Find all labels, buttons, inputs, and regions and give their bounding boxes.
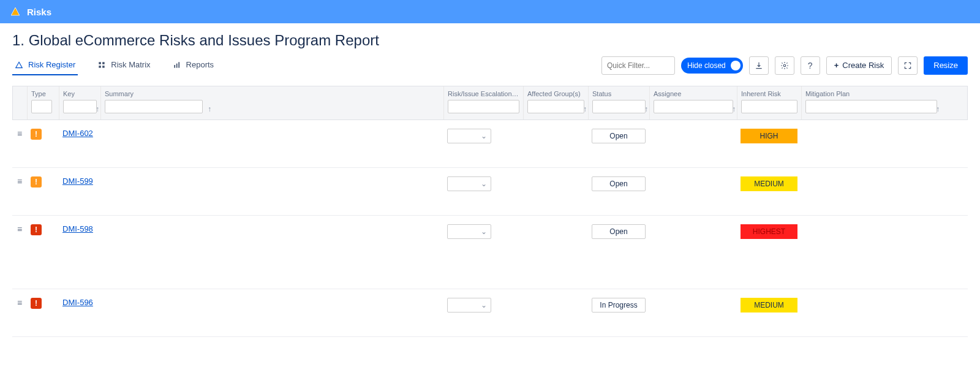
tab-label: Reports — [186, 60, 214, 69]
quick-filter-input[interactable] — [601, 56, 675, 75]
issue-key-link[interactable]: DMI-602 — [62, 129, 93, 138]
issue-key-link[interactable]: DMI-596 — [62, 298, 93, 307]
create-risk-button[interactable]: + Create Risk — [826, 56, 892, 75]
inherent-risk-badge[interactable]: MEDIUM — [741, 176, 797, 191]
cell-key: DMI-602 — [59, 129, 100, 139]
drag-handle[interactable]: ≡ — [12, 298, 27, 308]
help-button[interactable]: ? — [801, 56, 820, 75]
plus-icon: + — [834, 61, 839, 70]
table-row: ≡!DMI-596⌄In ProgressMEDIUM — [12, 289, 968, 337]
cell-key: DMI-596 — [59, 298, 100, 308]
filter-status-input[interactable] — [592, 100, 646, 113]
col-label: Status — [592, 90, 646, 97]
escalation-select[interactable]: ⌄ — [447, 224, 491, 239]
inherent-risk-badge[interactable]: HIGH — [741, 129, 797, 143]
col-label: Mitigation Plan — [805, 90, 937, 97]
escalation-select[interactable]: ⌄ — [447, 176, 491, 191]
svg-rect-5 — [176, 63, 177, 67]
status-select[interactable]: Open — [592, 129, 646, 143]
col-label: Summary — [105, 90, 440, 97]
cell-key: DMI-598 — [59, 224, 100, 235]
issue-key-link[interactable]: DMI-598 — [62, 224, 93, 233]
tab-reports[interactable]: Reports — [170, 55, 217, 75]
cell-escalation: ⌄ — [443, 129, 523, 143]
drag-handle[interactable]: ≡ — [12, 224, 27, 234]
cell-escalation: ⌄ — [443, 224, 523, 239]
filter-escalation-input[interactable] — [448, 100, 519, 113]
cell-escalation: ⌄ — [443, 298, 523, 312]
col-inherent-risk: Inherent Risk — [737, 86, 802, 119]
sort-asc-icon[interactable]: ↑ — [936, 105, 940, 113]
svg-rect-3 — [102, 66, 105, 68]
drag-handle[interactable]: ≡ — [12, 129, 27, 138]
col-drag — [13, 86, 28, 119]
expand-button[interactable] — [898, 56, 918, 75]
banner: Risks — [0, 0, 980, 23]
drag-handle[interactable]: ≡ — [12, 176, 27, 186]
download-button[interactable] — [749, 56, 769, 75]
filter-type-input[interactable] — [31, 100, 52, 113]
tab-risk-matrix[interactable]: Risk Matrix — [95, 55, 153, 75]
download-icon — [755, 61, 763, 70]
filter-assignee-input[interactable] — [654, 100, 733, 113]
status-select[interactable]: Open — [592, 176, 646, 191]
col-label: Risk/Issue Escalation Level — [448, 90, 519, 97]
col-label: Type — [31, 90, 55, 97]
matrix-icon — [97, 61, 106, 69]
svg-rect-4 — [174, 65, 175, 68]
controls: Hide closed ? + Create Risk Resize — [601, 56, 968, 75]
filter-groups-input[interactable] — [527, 100, 584, 113]
issue-type-icon: ! — [31, 298, 42, 309]
filter-key-input[interactable] — [63, 100, 97, 113]
chart-icon — [173, 61, 181, 69]
col-summary: Summary ↑ — [101, 86, 444, 119]
tab-risk-register[interactable]: Risk Register — [12, 55, 78, 75]
tab-bar: Risk Register Risk Matrix Reports Hide c… — [0, 55, 980, 81]
col-status: Status ↑ — [589, 86, 650, 119]
cell-inherent-risk: MEDIUM — [737, 298, 801, 312]
filter-inherent-risk-input[interactable] — [741, 100, 797, 113]
status-select[interactable]: Open — [592, 224, 646, 239]
toggle-label: Hide closed — [687, 61, 726, 70]
svg-rect-2 — [99, 66, 102, 68]
escalation-select[interactable]: ⌄ — [447, 129, 491, 143]
col-affected-groups: Affected Group(s) ↑ — [524, 86, 589, 119]
col-label: Assignee — [654, 90, 733, 97]
cell-inherent-risk: MEDIUM — [737, 176, 801, 191]
filter-summary-input[interactable] — [105, 100, 203, 113]
question-icon: ? — [808, 61, 813, 70]
cell-escalation: ⌄ — [443, 176, 523, 191]
svg-rect-0 — [99, 62, 102, 64]
svg-rect-6 — [178, 62, 179, 67]
tab-label: Risk Matrix — [111, 60, 150, 69]
sort-asc-icon[interactable]: ↑ — [96, 105, 99, 113]
sort-asc-icon[interactable]: ↑ — [583, 105, 587, 113]
cell-type: ! — [27, 176, 59, 188]
filter-mitigation-input[interactable] — [805, 100, 937, 113]
warning-icon — [15, 61, 23, 69]
col-label: Key — [63, 90, 97, 97]
inherent-risk-badge[interactable]: MEDIUM — [741, 298, 797, 312]
sort-asc-icon[interactable]: ↑ — [732, 105, 736, 113]
tab-label: Risk Register — [28, 60, 75, 69]
resize-button[interactable]: Resize — [924, 56, 968, 75]
issue-type-icon: ! — [31, 224, 42, 235]
table-row: ≡!DMI-602⌄OpenHIGH — [12, 120, 968, 168]
settings-button[interactable] — [775, 56, 794, 75]
gear-icon — [780, 61, 789, 70]
col-type: Type — [28, 86, 59, 119]
cell-status: Open — [588, 176, 649, 191]
cell-type: ! — [27, 129, 59, 140]
hide-closed-toggle[interactable]: Hide closed — [681, 58, 743, 74]
status-select[interactable]: In Progress — [592, 298, 646, 312]
issue-key-link[interactable]: DMI-599 — [62, 176, 93, 186]
grid-header: Type Key ↑ Summary ↑ Risk/Issue Escalati… — [12, 86, 968, 120]
table-row: ≡!DMI-598⌄OpenHIGHEST — [12, 216, 968, 289]
col-escalation: Risk/Issue Escalation Level — [444, 86, 524, 119]
banner-title: Risks — [27, 7, 51, 17]
page-title: 1. Global eCommerce Risks and Issues Pro… — [0, 23, 980, 55]
sort-asc-icon[interactable]: ↑ — [644, 105, 648, 113]
inherent-risk-badge[interactable]: HIGHEST — [741, 224, 797, 239]
sort-asc-icon[interactable]: ↑ — [208, 105, 211, 113]
escalation-select[interactable]: ⌄ — [447, 298, 491, 312]
